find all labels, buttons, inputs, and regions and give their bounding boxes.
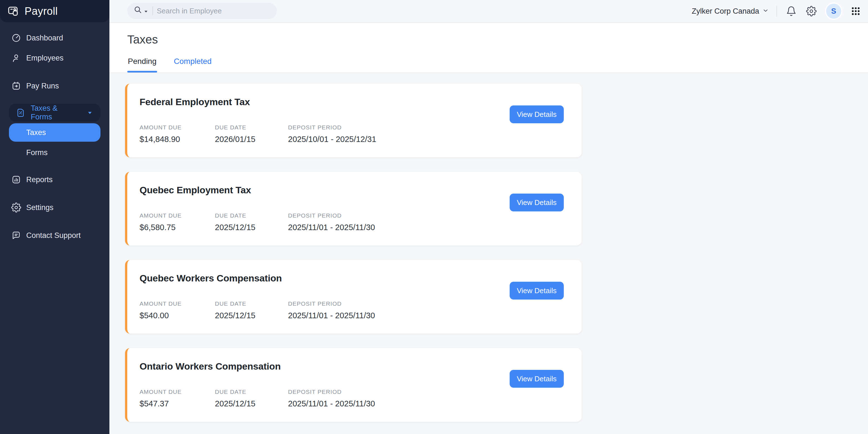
amount-due-value: $6,580.75 bbox=[140, 223, 215, 232]
view-details-button[interactable]: View Details bbox=[509, 282, 564, 300]
due-date-value: 2025/12/15 bbox=[215, 223, 288, 232]
sidebar-item-label: Employees bbox=[26, 54, 64, 63]
sidebar-item-taxes-and-forms[interactable]: Taxes & Forms bbox=[9, 104, 100, 122]
sidebar-group-taxes-forms: Taxes & Forms bbox=[9, 104, 100, 122]
notifications-bell-icon[interactable] bbox=[786, 6, 797, 16]
tab-completed[interactable]: Completed bbox=[173, 57, 212, 72]
dashboard-icon bbox=[11, 33, 21, 43]
search-input[interactable] bbox=[157, 7, 271, 15]
deposit-period-label: DEPOSIT PERIOD bbox=[288, 212, 375, 219]
due-date-label: DUE DATE bbox=[215, 300, 288, 307]
tax-card-fields: AMOUNT DUE $540.00 DUE DATE 2025/12/15 D… bbox=[140, 300, 582, 320]
reports-icon bbox=[11, 175, 21, 185]
deposit-period-label: DEPOSIT PERIOD bbox=[288, 389, 375, 395]
sidebar-item-label: Pay Runs bbox=[26, 82, 59, 90]
apps-grid-icon[interactable] bbox=[851, 6, 861, 16]
search-box[interactable] bbox=[127, 3, 277, 19]
sidebar-item-reports[interactable]: Reports bbox=[4, 170, 105, 190]
sidebar-item-label: Contact Support bbox=[26, 231, 81, 240]
tab-pending[interactable]: Pending bbox=[127, 57, 157, 72]
view-details-button[interactable]: View Details bbox=[509, 105, 564, 123]
deposit-period-value: 2025/11/01 - 2025/11/30 bbox=[288, 399, 375, 408]
deposit-period-label: DEPOSIT PERIOD bbox=[288, 124, 376, 131]
content-header: Taxes Pending Completed bbox=[110, 23, 868, 73]
tax-list: Federal Employment Tax View Details AMOU… bbox=[110, 73, 868, 434]
employees-icon bbox=[11, 53, 21, 63]
tax-card: Quebec Workers Compensation View Details… bbox=[125, 260, 582, 334]
tax-card-fields: AMOUNT DUE $547.37 DUE DATE 2025/12/15 D… bbox=[140, 389, 582, 408]
avatar-initial: S bbox=[831, 7, 836, 15]
sidebar-item-employees[interactable]: Employees bbox=[4, 48, 105, 68]
amount-due-label: AMOUNT DUE bbox=[140, 389, 215, 395]
deposit-period-value: 2025/11/01 - 2025/11/30 bbox=[288, 223, 375, 232]
sidebar-item-pay-runs[interactable]: Pay Runs bbox=[4, 76, 105, 96]
company-selector[interactable]: Zylker Corp Canada bbox=[692, 7, 769, 15]
search-scope-dropdown[interactable] bbox=[133, 5, 149, 16]
tax-card-fields: AMOUNT DUE $6,580.75 DUE DATE 2025/12/15… bbox=[140, 212, 582, 232]
tax-card-fields: AMOUNT DUE $14,848.90 DUE DATE 2026/01/1… bbox=[140, 124, 582, 144]
sidebar-item-taxes[interactable]: Taxes bbox=[9, 123, 100, 142]
deposit-period-value: 2025/10/01 - 2025/12/31 bbox=[288, 135, 376, 144]
user-avatar[interactable]: S bbox=[826, 4, 841, 19]
app-root: Payroll Dashboard Employees bbox=[0, 0, 868, 434]
due-date-value: 2026/01/15 bbox=[215, 135, 288, 144]
taxes-forms-icon bbox=[16, 108, 26, 118]
sidebar-item-dashboard[interactable]: Dashboard bbox=[4, 28, 105, 48]
deposit-period-label: DEPOSIT PERIOD bbox=[288, 300, 375, 307]
view-details-button[interactable]: View Details bbox=[509, 370, 564, 388]
app-title: Payroll bbox=[25, 5, 58, 17]
sidebar-item-label: Settings bbox=[26, 203, 54, 212]
sidebar-header: Payroll bbox=[0, 0, 110, 22]
settings-gear-icon bbox=[11, 202, 21, 212]
sidebar: Payroll Dashboard Employees bbox=[0, 0, 110, 434]
tax-card: Federal Employment Tax View Details AMOU… bbox=[125, 84, 582, 157]
tax-card: Quebec Employment Tax View Details AMOUN… bbox=[125, 172, 582, 245]
sidebar-nav: Dashboard Employees bbox=[0, 22, 110, 434]
due-date-label: DUE DATE bbox=[215, 124, 288, 131]
amount-due-label: AMOUNT DUE bbox=[140, 212, 215, 219]
tabs: Pending Completed bbox=[127, 57, 212, 72]
chevron-down-icon bbox=[86, 109, 94, 116]
contact-support-icon bbox=[11, 230, 21, 240]
sidebar-item-label: Taxes bbox=[26, 128, 46, 137]
chevron-down-icon bbox=[763, 7, 769, 15]
amount-due-label: AMOUNT DUE bbox=[140, 300, 215, 307]
sidebar-item-settings[interactable]: Settings bbox=[4, 198, 105, 218]
payroll-logo-icon bbox=[7, 5, 20, 17]
topbar-right: Zylker Corp Canada bbox=[692, 4, 868, 19]
sidebar-item-label: Dashboard bbox=[26, 34, 63, 42]
due-date-value: 2025/12/15 bbox=[215, 399, 288, 408]
sidebar-item-label: Reports bbox=[26, 175, 53, 184]
topbar-divider bbox=[776, 6, 777, 17]
search-icon bbox=[133, 5, 142, 16]
view-details-button[interactable]: View Details bbox=[509, 194, 564, 211]
due-date-value: 2025/12/15 bbox=[215, 311, 288, 320]
page-title: Taxes bbox=[127, 33, 158, 46]
sidebar-item-contact-support[interactable]: Contact Support bbox=[4, 225, 105, 245]
caret-down-icon bbox=[144, 6, 149, 16]
amount-due-value: $540.00 bbox=[140, 311, 215, 320]
sidebar-item-label: Taxes & Forms bbox=[31, 104, 81, 121]
tax-card: Ontario Workers Compensation View Detail… bbox=[125, 348, 582, 422]
company-name: Zylker Corp Canada bbox=[692, 7, 759, 15]
sidebar-item-label: Forms bbox=[26, 148, 48, 157]
deposit-period-value: 2025/11/01 - 2025/11/30 bbox=[288, 311, 375, 320]
due-date-label: DUE DATE bbox=[215, 389, 288, 395]
pay-runs-icon bbox=[11, 81, 21, 91]
amount-due-label: AMOUNT DUE bbox=[140, 124, 215, 131]
due-date-label: DUE DATE bbox=[215, 212, 288, 219]
topbar: Zylker Corp Canada bbox=[110, 0, 868, 23]
sidebar-item-forms[interactable]: Forms bbox=[9, 143, 100, 162]
amount-due-value: $547.37 bbox=[140, 399, 215, 408]
settings-gear-icon[interactable] bbox=[806, 6, 817, 16]
search-divider bbox=[152, 6, 153, 15]
amount-due-value: $14,848.90 bbox=[140, 135, 215, 144]
